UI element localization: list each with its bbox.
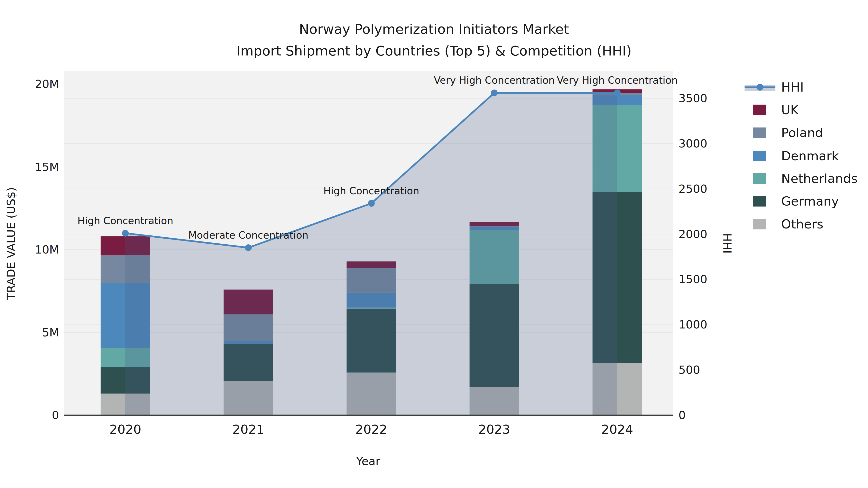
legend: HHIUKPolandDenmarkNetherlandsGermanyOthe… — [745, 80, 858, 231]
tick-label-left-10M: 10M — [35, 243, 59, 256]
annotation-2023: Very High Concentration — [434, 74, 555, 86]
annotation-2024: Very High Concentration — [557, 74, 678, 86]
chart-figure: High ConcentrationModerate Concentration… — [0, 0, 868, 488]
legend-swatch-poland — [753, 128, 766, 138]
x-axis-title: Year — [356, 455, 380, 468]
hhi-marker-2024 — [614, 89, 621, 96]
tick-label-right-1000: 1000 — [679, 318, 707, 331]
tick-label-year-2024: 2024 — [601, 422, 633, 437]
tick-label-left-15M: 15M — [35, 160, 59, 173]
legend-swatch-denmark — [753, 151, 766, 161]
tick-label-left-5M: 5M — [42, 326, 59, 339]
legend-label-denmark: Denmark — [781, 149, 839, 163]
chart-title-line2: Import Shipment by Countries (Top 5) & C… — [237, 43, 632, 59]
legend-item-hhi: HHI — [745, 80, 804, 94]
tick-label-right-500: 500 — [679, 363, 700, 377]
tick-label-year-2022: 2022 — [355, 422, 387, 437]
legend-item-germany: Germany — [753, 194, 839, 208]
legend-hhi-marker-sample — [756, 84, 763, 91]
legend-swatch-uk — [753, 105, 766, 115]
annotation-2022: High Concentration — [323, 185, 419, 197]
hhi-marker-2020 — [122, 230, 129, 237]
legend-item-others: Others — [753, 217, 824, 231]
chart-title-line1: Norway Polymerization Initiators Market — [299, 21, 569, 37]
legend-label-uk: UK — [781, 103, 799, 117]
legend-swatch-others — [753, 219, 766, 229]
tick-label-year-2021: 2021 — [232, 422, 264, 437]
tick-label-year-2020: 2020 — [110, 422, 141, 437]
y-left-axis-title: TRADE VALUE (US$) — [4, 187, 18, 300]
tick-label-right-1500: 1500 — [679, 272, 707, 286]
tick-label-right-2000: 2000 — [679, 227, 707, 241]
legend-label-others: Others — [781, 217, 824, 231]
tick-label-right-3000: 3000 — [679, 137, 707, 150]
tick-label-right-3500: 3500 — [679, 92, 707, 105]
norway-initiators-chart: High ConcentrationModerate Concentration… — [0, 0, 868, 488]
tick-label-right-0: 0 — [679, 409, 686, 422]
y-right-axis-title: HHI — [721, 233, 734, 254]
legend-swatch-germany — [753, 196, 766, 206]
tick-label-left-0: 0 — [52, 409, 59, 422]
legend-label-poland: Poland — [781, 126, 823, 140]
annotation-2021: Moderate Concentration — [188, 229, 308, 241]
legend-swatch-netherlands — [753, 173, 766, 184]
annotation-2020: High Concentration — [78, 215, 173, 227]
tick-label-year-2023: 2023 — [478, 422, 510, 437]
legend-item-denmark: Denmark — [753, 149, 839, 163]
tick-label-right-2500: 2500 — [679, 182, 707, 195]
legend-label-germany: Germany — [781, 194, 839, 208]
hhi-marker-2021 — [245, 245, 252, 251]
legend-item-poland: Poland — [753, 126, 823, 140]
legend-label-hhi: HHI — [781, 80, 804, 94]
tick-label-left-20M: 20M — [35, 77, 59, 91]
legend-label-netherlands: Netherlands — [781, 171, 858, 186]
legend-item-netherlands: Netherlands — [753, 171, 858, 186]
hhi-marker-2022 — [368, 200, 375, 207]
legend-item-uk: UK — [753, 103, 799, 117]
hhi-marker-2023 — [491, 89, 498, 96]
